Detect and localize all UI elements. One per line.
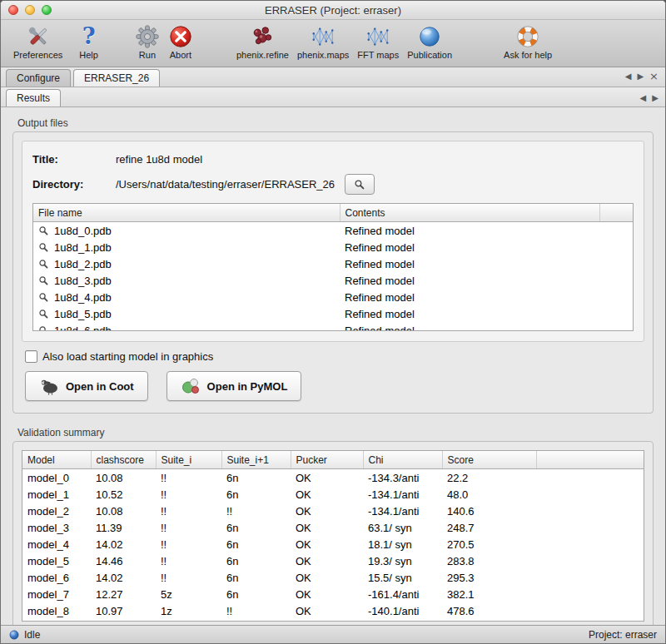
validation-cell: 248.7 — [442, 519, 536, 536]
val-header-clashscore[interactable]: clashscore — [91, 451, 156, 469]
ask-for-help-button[interactable]: Ask for help — [500, 22, 556, 60]
phenix-refine-icon — [250, 22, 275, 50]
validation-row[interactable]: model_110.52!!6nOK-134.1/anti48.0 — [22, 486, 644, 503]
file-table-header-contents[interactable]: Contents — [340, 204, 599, 222]
validation-blank-cell — [536, 469, 644, 487]
validation-row[interactable]: model_210.08!!!!OK-134.1/anti140.6 — [22, 503, 644, 519]
validation-cell: 10.08 — [91, 619, 156, 622]
file-row[interactable]: 1u8d_6.pdbRefined model — [33, 322, 633, 331]
validation-cell: 6n — [221, 569, 291, 586]
validation-blank-cell — [536, 519, 644, 536]
validation-cell: model_8 — [22, 602, 91, 619]
val-header-pucker[interactable]: Pucker — [291, 451, 363, 469]
validation-cell: -140.1/anti — [363, 602, 442, 619]
tab-configure[interactable]: Configure — [6, 69, 71, 87]
sub-tab-bar: Results ◀ ▶ — [1, 87, 665, 107]
file-row[interactable]: 1u8d_1.pdbRefined model — [33, 239, 633, 255]
file-contents-cell: Refined model — [340, 272, 599, 289]
window-title: ERRASER (Project: erraser) — [1, 4, 665, 17]
validation-cell: 270.5 — [442, 536, 536, 552]
validation-cell: 6n — [221, 519, 291, 536]
validation-cell: !! — [156, 469, 221, 487]
validation-row[interactable]: model_010.08!!6nOK-134.3/anti22.2 — [22, 469, 644, 487]
validation-cell: OK — [291, 503, 363, 519]
magnifier-icon[interactable] — [38, 275, 49, 286]
magnifier-icon[interactable] — [38, 325, 49, 332]
tab-erraser-26[interactable]: ERRASER_26 — [73, 69, 160, 87]
magnifier-icon[interactable] — [38, 259, 49, 270]
validation-row[interactable]: model_614.02!!6nOK15.5/ syn295.3 — [22, 569, 644, 586]
validation-cell: model_1 — [22, 486, 91, 503]
zoom-button[interactable] — [42, 5, 52, 15]
tab-scroll-right-button[interactable]: ▶ — [637, 72, 644, 81]
help-button[interactable]: ? Help — [75, 22, 102, 60]
output-files-table[interactable]: File name Contents 1u8d_0.pdbRefined mod… — [32, 203, 634, 331]
validation-cell: 0.0 — [442, 619, 536, 622]
validation-blank-cell — [536, 486, 644, 503]
magnifier-icon[interactable] — [38, 242, 49, 253]
validation-row[interactable]: start_min10.08!!6nOK-134.3/anti0.0 — [22, 619, 644, 622]
val-header-suite-i[interactable]: Suite_i — [156, 451, 221, 469]
file-blank-cell — [599, 305, 633, 322]
val-header-chi[interactable]: Chi — [363, 451, 442, 469]
validation-row[interactable]: model_311.39!!6nOK63.1/ syn248.7 — [22, 519, 644, 536]
validation-cell: 295.3 — [442, 569, 536, 586]
file-row[interactable]: 1u8d_2.pdbRefined model — [33, 255, 633, 272]
browse-directory-button[interactable] — [345, 174, 375, 195]
run-button[interactable]: Run — [131, 22, 164, 60]
phenix-refine-button[interactable]: phenix.refine — [232, 22, 293, 60]
validation-cell: 10.52 — [91, 486, 156, 503]
file-name-cell: 1u8d_5.pdb — [33, 305, 340, 322]
file-contents-cell: Refined model — [340, 289, 599, 305]
validation-cell: 6n — [221, 486, 291, 503]
validation-blank-cell — [536, 503, 644, 519]
open-in-coot-button[interactable]: Open in Coot — [25, 371, 148, 401]
minimize-button[interactable] — [25, 5, 35, 15]
preferences-button[interactable]: Preferences — [9, 22, 67, 60]
file-blank-cell — [599, 255, 633, 272]
phenix-maps-button[interactable]: phenix.maps — [293, 22, 353, 60]
magnifier-icon[interactable] — [38, 309, 49, 320]
tab-close-button[interactable]: × — [649, 70, 659, 82]
file-blank-cell — [599, 222, 633, 240]
file-row[interactable]: 1u8d_5.pdbRefined model — [33, 305, 633, 322]
publication-globe-icon — [417, 22, 442, 50]
close-button[interactable] — [8, 5, 18, 15]
validation-row[interactable]: model_810.971z!!OK-140.1/anti478.6 — [22, 602, 644, 619]
subtab-scroll-left-button[interactable]: ◀ — [640, 93, 647, 102]
traffic-lights — [8, 5, 52, 15]
subtab-scroll-right-button[interactable]: ▶ — [652, 93, 659, 102]
validation-row[interactable]: model_514.46!!6nOK19.3/ syn283.8 — [22, 552, 644, 569]
toolbar-label: phenix.maps — [297, 50, 349, 60]
validation-cell: 18.1/ syn — [363, 536, 442, 552]
validation-cell: OK — [291, 602, 363, 619]
main-toolbar: Preferences ? Help Run — [1, 20, 665, 67]
toolbar-label: FFT maps — [357, 50, 399, 60]
validation-row[interactable]: model_712.275z6nOK-161.4/anti382.1 — [22, 586, 644, 602]
validation-cell: !! — [156, 552, 221, 569]
file-row[interactable]: 1u8d_4.pdbRefined model — [33, 289, 633, 305]
open-in-pymol-button[interactable]: Open in PyMOL — [166, 371, 302, 401]
validation-cell: 6n — [221, 619, 291, 622]
tab-scroll-left-button[interactable]: ◀ — [625, 72, 632, 81]
val-header-model[interactable]: Model — [22, 451, 91, 469]
val-header-score[interactable]: Score — [442, 451, 536, 469]
val-header-suite-i1[interactable]: Suite_i+1 — [221, 451, 291, 469]
validation-cell: OK — [291, 486, 363, 503]
tab-results[interactable]: Results — [6, 89, 61, 107]
load-starting-model-checkbox[interactable] — [25, 350, 37, 363]
toolbar-label: Abort — [170, 50, 191, 60]
magnifier-icon[interactable] — [38, 225, 49, 236]
validation-blank-cell — [536, 586, 644, 602]
file-row[interactable]: 1u8d_0.pdbRefined model — [33, 222, 633, 240]
publication-button[interactable]: Publication — [403, 22, 456, 60]
fft-maps-button[interactable]: FFT maps — [353, 22, 403, 60]
validation-table[interactable]: Model clashscore Suite_i Suite_i+1 Pucke… — [22, 450, 644, 622]
file-table-header-filename[interactable]: File name — [33, 204, 340, 222]
abort-button[interactable]: Abort — [164, 22, 197, 60]
validation-cell: 14.02 — [91, 569, 156, 586]
validation-row[interactable]: model_414.02!!6nOK18.1/ syn270.5 — [22, 536, 644, 552]
magnifier-icon[interactable] — [38, 292, 49, 303]
toolbar-label: Ask for help — [504, 50, 552, 60]
file-row[interactable]: 1u8d_3.pdbRefined model — [33, 272, 633, 289]
